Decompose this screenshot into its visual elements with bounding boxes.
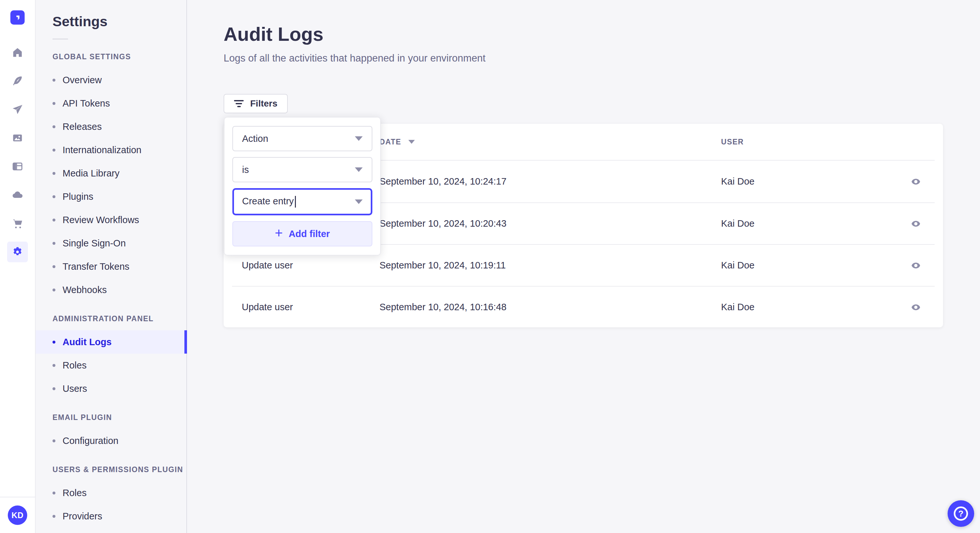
sidebar-item-label: Media Library bbox=[62, 168, 119, 179]
cell-date: September 10, 2024, 10:16:48 bbox=[380, 302, 721, 313]
filter-value-combobox[interactable]: Create entry bbox=[232, 188, 372, 215]
section-label-users-permissions-plugin: USERS & PERMISSIONS PLUGIN bbox=[52, 465, 186, 474]
sidebar-item-plugins[interactable]: Plugins bbox=[36, 185, 186, 208]
section-global-settings: Overview API Tokens Releases Internation… bbox=[36, 68, 186, 301]
home-icon bbox=[12, 47, 23, 58]
filters-button[interactable]: Filters bbox=[224, 94, 288, 113]
feather-icon bbox=[12, 75, 23, 87]
cell-user: Kai Doe bbox=[721, 218, 891, 229]
settings-gear-icon bbox=[12, 246, 23, 258]
layout-panel-icon bbox=[12, 160, 23, 172]
sidebar-item-api-tokens[interactable]: API Tokens bbox=[36, 92, 186, 115]
sidebar-item-audit-logs[interactable]: Audit Logs bbox=[36, 330, 186, 354]
chevron-down-icon bbox=[355, 167, 363, 172]
section-label-global-settings: GLOBAL SETTINGS bbox=[52, 52, 186, 61]
bullet-dot bbox=[52, 195, 56, 198]
view-details-button[interactable] bbox=[907, 215, 925, 233]
divider bbox=[52, 38, 68, 40]
sidebar-item-email-configuration[interactable]: Configuration bbox=[36, 429, 186, 452]
sidebar-item-up-roles[interactable]: Roles bbox=[36, 481, 186, 504]
chevron-down-icon bbox=[355, 200, 363, 204]
chevron-down-icon bbox=[355, 136, 363, 141]
view-details-button[interactable] bbox=[907, 173, 925, 191]
filter-operator-value: is bbox=[242, 165, 249, 175]
help-button[interactable]: ? bbox=[948, 500, 974, 527]
nav-content-type-builder[interactable] bbox=[7, 156, 28, 177]
filter-value-text: Create entry bbox=[242, 196, 296, 208]
filter-field-value: Action bbox=[242, 133, 268, 144]
sidebar-item-label: Webhooks bbox=[62, 285, 107, 295]
sidebar-item-label: Review Workflows bbox=[62, 215, 139, 225]
sidebar-item-label: API Tokens bbox=[62, 98, 110, 109]
nav-home[interactable] bbox=[7, 42, 28, 63]
cell-date: September 10, 2024, 10:20:43 bbox=[380, 218, 721, 229]
settings-subnav: Settings GLOBAL SETTINGS Overview API To… bbox=[36, 0, 187, 533]
bullet-dot bbox=[52, 492, 56, 495]
eye-icon bbox=[911, 261, 921, 270]
sidebar-item-single-sign-on[interactable]: Single Sign-On bbox=[36, 232, 186, 255]
cell-user: Kai Doe bbox=[721, 260, 891, 271]
view-details-button[interactable] bbox=[907, 298, 925, 316]
nav-content-manager[interactable] bbox=[7, 71, 28, 91]
strapi-logo-icon bbox=[13, 13, 22, 22]
page-title: Audit Logs bbox=[224, 23, 323, 45]
filter-operator-select[interactable]: is bbox=[232, 157, 372, 182]
nav-deploy[interactable] bbox=[7, 99, 28, 120]
sidebar-item-up-providers[interactable]: Providers bbox=[36, 504, 186, 528]
sidebar-item-label: Releases bbox=[62, 121, 102, 132]
section-administration-panel: Audit Logs Roles Users bbox=[36, 330, 186, 400]
section-label-administration-panel: ADMINISTRATION PANEL bbox=[52, 314, 186, 323]
bullet-dot bbox=[52, 289, 56, 292]
bullet-dot bbox=[52, 515, 56, 518]
user-avatar[interactable]: KD bbox=[8, 506, 27, 525]
nav-cloud[interactable] bbox=[7, 185, 28, 205]
sidebar-item-review-workflows[interactable]: Review Workflows bbox=[36, 208, 186, 232]
cell-date: September 10, 2024, 10:24:17 bbox=[380, 176, 721, 187]
filter-field-select[interactable]: Action bbox=[232, 126, 372, 151]
text-cursor bbox=[295, 196, 296, 208]
sidebar-item-transfer-tokens[interactable]: Transfer Tokens bbox=[36, 255, 186, 278]
bullet-dot bbox=[52, 265, 56, 268]
sidebar-item-label: Providers bbox=[62, 511, 102, 522]
page-subtitle: Logs of all the activities that happened… bbox=[224, 52, 485, 64]
sort-caret-down-icon bbox=[408, 140, 415, 144]
bullet-dot bbox=[52, 242, 56, 245]
nav-settings[interactable] bbox=[7, 241, 28, 262]
section-users-permissions-plugin: Roles Providers bbox=[36, 481, 186, 528]
main-nav-rail: KD bbox=[0, 0, 36, 533]
bullet-dot bbox=[52, 219, 56, 222]
sidebar-item-admin-roles[interactable]: Roles bbox=[36, 354, 186, 377]
column-header-date[interactable]: DATE bbox=[380, 138, 721, 146]
column-header-date-label: DATE bbox=[380, 138, 401, 146]
bullet-dot bbox=[52, 125, 56, 128]
nav-media-library[interactable] bbox=[7, 128, 28, 148]
plus-icon: + bbox=[275, 226, 283, 240]
sidebar-item-label: Single Sign-On bbox=[62, 238, 126, 249]
table-row[interactable]: Update user September 10, 2024, 10:16:48… bbox=[232, 286, 935, 327]
strapi-logo[interactable] bbox=[10, 10, 25, 25]
cell-user: Kai Doe bbox=[721, 302, 891, 313]
eye-icon bbox=[911, 177, 921, 187]
sidebar-item-media-library[interactable]: Media Library bbox=[36, 162, 186, 185]
bullet-dot bbox=[52, 364, 56, 367]
sidebar-item-label: Roles bbox=[62, 488, 86, 498]
filter-popover: Action is Create entry + Add filter bbox=[224, 117, 381, 255]
sidebar-item-label: Users bbox=[62, 383, 87, 394]
main-content: Audit Logs Logs of all the activities th… bbox=[187, 0, 980, 533]
add-filter-button[interactable]: + Add filter bbox=[232, 221, 372, 246]
bullet-dot bbox=[52, 439, 56, 443]
view-details-button[interactable] bbox=[907, 257, 925, 274]
sidebar-item-label: Transfer Tokens bbox=[62, 261, 129, 272]
sidebar-item-overview[interactable]: Overview bbox=[36, 68, 186, 92]
cloud-icon bbox=[12, 189, 23, 201]
sidebar-item-admin-users[interactable]: Users bbox=[36, 377, 186, 400]
sidebar-item-releases[interactable]: Releases bbox=[36, 115, 186, 138]
filter-lines-icon bbox=[234, 100, 244, 107]
cell-user: Kai Doe bbox=[721, 176, 891, 187]
sidebar-item-label: Internationalization bbox=[62, 145, 141, 155]
nav-marketplace[interactable] bbox=[7, 213, 28, 234]
sidebar-item-webhooks[interactable]: Webhooks bbox=[36, 278, 186, 301]
sidebar-item-label: Overview bbox=[62, 75, 102, 86]
sidebar-item-internationalization[interactable]: Internationalization bbox=[36, 138, 186, 162]
eye-icon bbox=[911, 303, 921, 312]
